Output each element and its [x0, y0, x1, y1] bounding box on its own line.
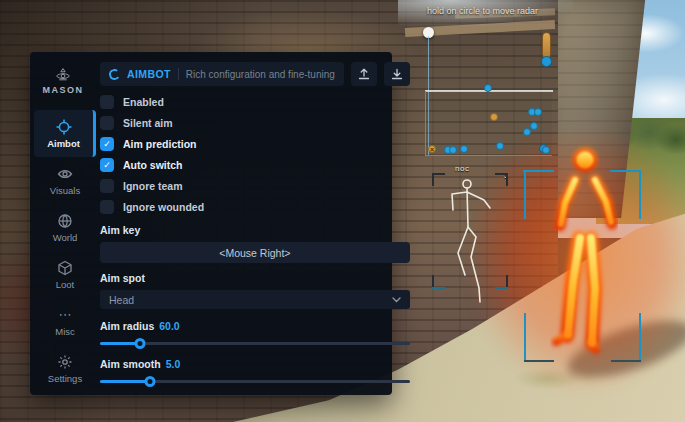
cube-icon — [57, 260, 73, 276]
sidebar-item-aimbot[interactable]: Aimbot — [34, 110, 96, 157]
wall-marker-capsule — [542, 32, 551, 59]
toggle-label: Aim prediction — [123, 138, 197, 150]
aim-key-bind-button[interactable]: <Mouse Right> — [100, 242, 410, 263]
radar-tooltip: hold on circle to move radar — [427, 6, 538, 16]
radar-dot-blue — [523, 128, 531, 136]
toggle-label: Ignore team — [123, 180, 183, 192]
toggle-enabled[interactable]: ✓ Enabled — [100, 95, 410, 109]
tab-header: AIMBOT Rich configuration and fine-tunin… — [100, 62, 410, 86]
tab-subtitle: Rich configuration and fine-tuning — [186, 69, 335, 80]
radar-dot-blue — [542, 146, 550, 154]
gear-icon — [57, 354, 73, 370]
skeleton-esp — [440, 175, 500, 303]
chevron-down-icon — [392, 297, 401, 303]
skeleton-name-label: noc — [455, 164, 469, 173]
upload-icon — [358, 68, 370, 80]
radar-dot-blue — [496, 142, 504, 150]
aim-key-label: Aim key — [100, 224, 410, 236]
toggle-label: Ignore wounded — [123, 201, 204, 213]
radar-dot-blue — [449, 146, 457, 154]
checkbox[interactable]: ✓ — [100, 137, 114, 151]
player-bracket-top-right-h — [610, 170, 641, 172]
mason-logo-icon — [55, 67, 71, 83]
tab-title: AIMBOT — [127, 68, 171, 80]
aim-spot-label: Aim spot — [100, 272, 410, 284]
radar-dot-self: × — [428, 145, 436, 153]
player-bracket-top-left-h — [523, 170, 554, 172]
globe-icon — [57, 213, 73, 229]
checkbox[interactable]: ✓ — [100, 158, 114, 172]
checkbox[interactable]: ✓ — [100, 95, 114, 109]
wall-marker-dot — [541, 56, 552, 67]
sidebar-item-label: Settings — [48, 373, 82, 384]
radar-dot-blue — [460, 145, 468, 153]
toggle-label: Enabled — [123, 96, 164, 108]
player-bracket-bottom-left-v — [524, 313, 526, 361]
download-icon — [391, 68, 403, 80]
toggle-silent-aim[interactable]: ✓ Silent aim — [100, 116, 410, 130]
slider-track[interactable] — [100, 342, 410, 345]
aim-radius-value: 60.0 — [159, 320, 179, 332]
slider-thumb[interactable] — [135, 338, 146, 349]
glowing-player-model — [535, 142, 635, 370]
sidebar-item-world[interactable]: World — [34, 204, 96, 251]
toggle-aim-prediction[interactable]: ✓ Aim prediction — [100, 137, 410, 151]
aim-smooth-header: Aim smooth 5.0 — [100, 358, 410, 370]
player-bracket-top-right-v — [639, 170, 641, 219]
brand-name: MASON — [43, 85, 84, 95]
player-bracket-bottom-left-h — [524, 360, 554, 362]
checkbox[interactable]: ✓ — [100, 200, 114, 214]
aim-radius-label: Aim radius — [100, 320, 154, 332]
sidebar-item-settings[interactable]: Settings — [34, 345, 96, 392]
radar-dot-orange — [490, 113, 498, 121]
player-bracket-top-left-v — [524, 170, 526, 219]
sidebar-item-label: Visuals — [50, 185, 80, 196]
brand-block: MASON — [30, 52, 96, 110]
checkbox[interactable]: ✓ — [100, 179, 114, 193]
sidebar: MASON Aimbot Visuals — [30, 52, 96, 395]
upload-config-button[interactable] — [351, 62, 377, 86]
aim-spot-value: Head — [109, 294, 392, 306]
toggle-ignore-wounded[interactable]: ✓ Ignore wounded — [100, 200, 410, 214]
sidebar-item-label: World — [53, 232, 78, 243]
radar-dot-blue — [484, 84, 492, 92]
aim-smooth-label: Aim smooth — [100, 358, 161, 370]
sidebar-item-visuals[interactable]: Visuals — [34, 157, 96, 204]
toggle-auto-switch[interactable]: ✓ Auto switch — [100, 158, 410, 172]
slider-fill — [100, 380, 150, 383]
cheat-menu-panel: MASON Aimbot Visuals — [30, 52, 392, 395]
header-divider — [178, 68, 179, 80]
game-scene: hold on circle to move radar × noc 5 — [0, 0, 685, 422]
player-bracket-bottom-right-v — [639, 313, 641, 361]
sidebar-item-label: Misc — [55, 326, 75, 337]
aim-smooth-value: 5.0 — [166, 358, 181, 370]
checkbox[interactable]: ✓ — [100, 116, 114, 130]
tab-content: AIMBOT Rich configuration and fine-tunin… — [96, 52, 427, 395]
skeleton-bracket-top-right — [506, 173, 508, 186]
slider-thumb[interactable] — [144, 376, 155, 387]
ellipsis-icon: ⋯ — [59, 307, 72, 323]
download-config-button[interactable] — [384, 62, 410, 86]
aim-radius-header: Aim radius 60.0 — [100, 320, 410, 332]
sidebar-item-misc[interactable]: ⋯ Misc — [34, 298, 96, 345]
aim-spot-select[interactable]: Head — [100, 290, 410, 309]
crosshair-icon — [56, 119, 72, 135]
eye-icon — [57, 166, 73, 182]
sidebar-item-label: Aimbot — [47, 138, 80, 149]
aim-radius-slider[interactable] — [100, 338, 410, 347]
radar-dot-blue — [534, 108, 542, 116]
toggle-label: Auto switch — [123, 159, 183, 171]
radar-dot-blue — [530, 122, 538, 130]
player-bracket-bottom-right-h — [611, 360, 641, 362]
toggle-label: Silent aim — [123, 117, 173, 129]
toggle-ignore-team[interactable]: ✓ Ignore team — [100, 179, 410, 193]
sidebar-item-label: Loot — [56, 279, 75, 290]
skeleton-bracket-top-left — [432, 173, 434, 186]
aim-smooth-slider[interactable] — [100, 376, 410, 385]
sidebar-item-loot[interactable]: Loot — [34, 251, 96, 298]
spinner-icon — [108, 68, 121, 81]
tab-header-bar: AIMBOT Rich configuration and fine-tunin… — [100, 62, 344, 86]
